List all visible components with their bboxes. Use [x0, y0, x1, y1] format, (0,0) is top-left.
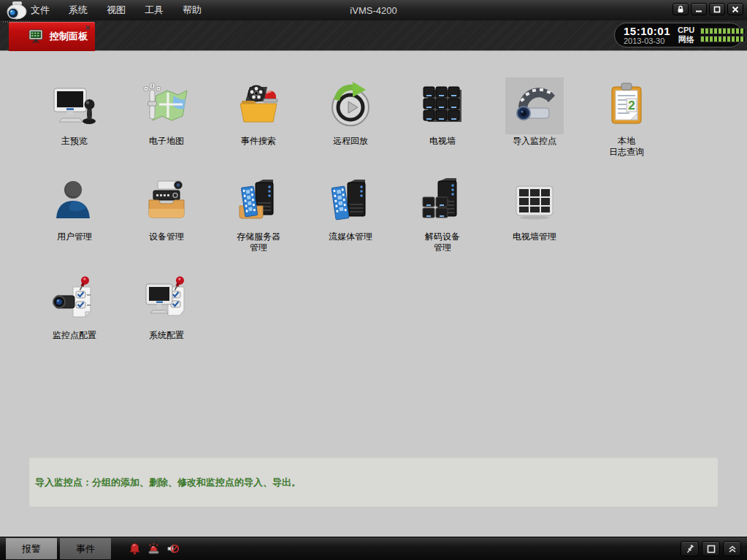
- module-event-search[interactable]: 事件搜索: [212, 77, 304, 158]
- storage-server-icon: [235, 177, 282, 226]
- pin-icon[interactable]: [681, 541, 699, 556]
- tab-alarm[interactable]: 报警: [6, 538, 57, 559]
- tab-label: 控制面板: [50, 30, 88, 43]
- alarm-status-icons: [129, 542, 179, 555]
- module-label: 系统配置: [120, 330, 212, 341]
- statusbar-right-buttons: [681, 541, 741, 556]
- clock-date: 2013-03-30: [624, 37, 670, 45]
- window-title: iVMS-4200: [0, 5, 747, 16]
- event-search-icon: [235, 81, 282, 131]
- decode-device-icon: [419, 177, 466, 226]
- module-label: 监控点配置: [28, 330, 120, 341]
- module-description-text: 导入监控点：分组的添加、删除、修改和监控点的导入、导出。: [35, 476, 301, 489]
- tab-bar: 控制面板 × 15:10:01 2013-03-30 CPU 网络: [0, 20, 747, 51]
- collapse-up-icon[interactable]: [723, 541, 741, 556]
- module-import-camera[interactable]: 导入监控点: [489, 77, 581, 158]
- window-controls: [673, 3, 743, 15]
- module-decode-device[interactable]: 解码设备 管理: [397, 173, 489, 253]
- tvwall-management-icon: [511, 177, 558, 226]
- clock-time: 15:10:01: [624, 26, 670, 37]
- restore-panel-icon[interactable]: [702, 541, 720, 556]
- control-panel-main: 主预览 电子地图: [0, 52, 747, 537]
- device-management-icon: [143, 177, 190, 226]
- close-button[interactable]: [727, 3, 743, 15]
- network-label: 网络: [678, 35, 694, 45]
- module-label: 远程回放: [304, 136, 397, 147]
- tab-close-icon[interactable]: ×: [83, 23, 92, 32]
- usage-indicators: [700, 26, 746, 44]
- module-emap[interactable]: 电子地图: [120, 77, 212, 158]
- audio-mute-icon[interactable]: [166, 542, 179, 555]
- module-tvwall-management[interactable]: 电视墙管理: [489, 173, 581, 253]
- minimize-button[interactable]: [691, 3, 707, 15]
- module-stream-media[interactable]: 流媒体管理: [304, 173, 397, 253]
- alarm-siren-icon[interactable]: [148, 542, 160, 555]
- cpu-label: CPU: [678, 26, 694, 35]
- module-label: 用户管理: [28, 231, 120, 242]
- lock-icon[interactable]: [673, 3, 689, 15]
- module-label: 导入监控点: [489, 136, 581, 147]
- user-management-icon: [51, 177, 98, 226]
- emap-icon: [143, 81, 190, 131]
- module-camera-config[interactable]: 监控点配置: [28, 272, 120, 341]
- resource-labels: CPU 网络: [678, 26, 694, 45]
- stream-media-icon: [327, 177, 374, 226]
- module-label: 存储服务器 管理: [212, 231, 304, 253]
- module-label: 解码设备 管理: [397, 231, 489, 253]
- clock-status-module: 15:10:01 2013-03-30 CPU 网络: [614, 23, 743, 47]
- module-label: 事件搜索: [212, 136, 304, 147]
- module-label: 电子地图: [120, 136, 212, 147]
- cpu-usage-bar: [700, 28, 746, 34]
- clock-text: 15:10:01 2013-03-30: [624, 26, 670, 45]
- tv-wall-icon: [419, 81, 466, 131]
- module-label: 电视墙管理: [489, 231, 581, 242]
- module-main-preview[interactable]: 主预览: [28, 77, 120, 158]
- menu-bar: iVMS-4200 文件 系统 视图 工具 帮助: [0, 0, 747, 20]
- svg-text:2: 2: [628, 99, 635, 112]
- module-storage-server[interactable]: 存储服务器 管理: [212, 173, 304, 253]
- system-config-icon: [143, 275, 190, 325]
- app-logo-camera-icon: [1, 0, 32, 34]
- maximize-button[interactable]: [709, 3, 725, 15]
- tab-event[interactable]: 事件: [60, 538, 111, 559]
- status-bar: 报警 事件: [0, 537, 747, 560]
- camera-config-icon: [51, 275, 98, 325]
- module-remote-playback[interactable]: 远程回放: [304, 77, 397, 158]
- local-log-icon: 2: [603, 81, 650, 131]
- import-camera-icon: [511, 81, 558, 131]
- main-preview-icon: [51, 81, 98, 131]
- module-label: 主预览: [28, 136, 120, 147]
- module-local-log[interactable]: 2 本地 日志查询: [581, 77, 673, 158]
- alarm-bell-icon[interactable]: [129, 542, 141, 555]
- module-label: 流媒体管理: [304, 231, 397, 242]
- module-label: 本地 日志查询: [581, 136, 673, 158]
- network-usage-bar: [700, 36, 746, 42]
- module-label: 设备管理: [120, 231, 212, 242]
- module-description-panel: 导入监控点：分组的添加、删除、修改和监控点的导入、导出。: [29, 458, 718, 507]
- module-label: 电视墙: [397, 136, 489, 147]
- remote-playback-icon: [327, 81, 374, 131]
- module-device-management[interactable]: 设备管理: [120, 173, 212, 253]
- module-tv-wall[interactable]: 电视墙: [397, 77, 489, 158]
- module-user-management[interactable]: 用户管理: [28, 173, 120, 253]
- module-system-config[interactable]: 系统配置: [120, 272, 212, 341]
